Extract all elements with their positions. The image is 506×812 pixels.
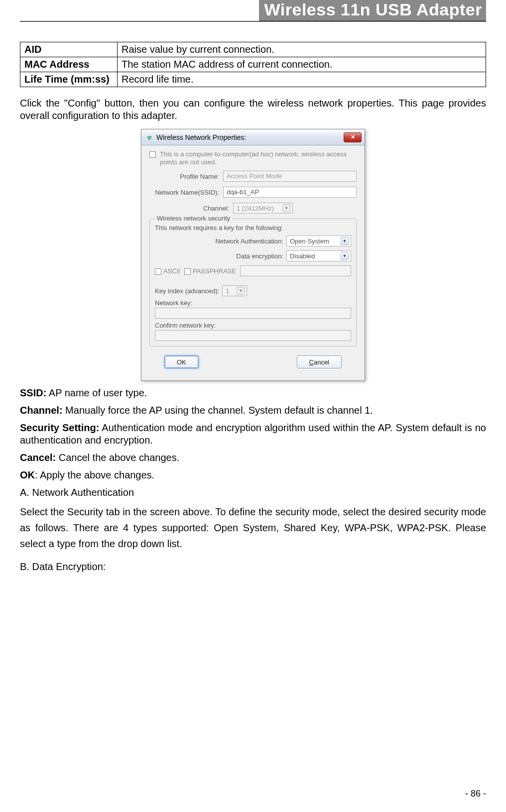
netauth-label: Network Authentication: (215, 237, 283, 245)
security-body: This network requires a key for the foll… (155, 223, 351, 341)
adhoc-checkbox[interactable] (149, 151, 156, 158)
close-button[interactable]: ✕ (344, 132, 362, 142)
dataenc-row: Data encryption: Disabled ▼ (155, 250, 351, 261)
svg-point-0 (148, 138, 150, 140)
titlebar-left: Wireless Network Properties: (145, 133, 247, 141)
security-legend: Wireless network security (155, 215, 232, 222)
cancel-button[interactable]: Cancel (297, 355, 342, 368)
keyidx-label: Key index (advanced): (155, 287, 219, 295)
table-cell-label: Life Time (mm:ss) (20, 72, 118, 87)
ssid-label: Network Name(SSID): (149, 189, 219, 196)
security-fieldset: Wireless network security This network r… (149, 219, 357, 347)
ascii-label: ASCII (163, 267, 180, 275)
dialog-title: Wireless Network Properties: (156, 133, 247, 141)
ssid-input[interactable]: dqa-b1_AP (223, 187, 357, 198)
passphrase-label: PASSPHRASE (193, 267, 236, 275)
chevron-down-icon: ▼ (282, 204, 290, 212)
profile-name-input[interactable]: Access Point Mode (223, 171, 357, 182)
dialog-wrapper: Wireless Network Properties: ✕ This is a… (20, 129, 486, 381)
def-term: Security Setting: (20, 422, 99, 433)
def-term: OK (20, 469, 35, 480)
confirm-netkey-input[interactable] (155, 330, 351, 341)
table-row: AID Raise value by current connection. (20, 42, 486, 57)
info-table: AID Raise value by current connection. M… (20, 42, 486, 87)
def-security: Security Setting: Authentication mode an… (20, 422, 486, 447)
chevron-down-icon: ▼ (341, 252, 349, 260)
ok-button[interactable]: OK (164, 355, 199, 368)
def-desc: AP name of user type. (46, 387, 147, 398)
ascii-checkbox[interactable] (155, 268, 161, 275)
section-a-heading: A. Network Authentication (20, 486, 486, 499)
keyidx-value: 1 (226, 287, 229, 295)
page-content: AID Raise value by current connection. M… (0, 22, 506, 573)
table-row: MAC Address The station MAC address of c… (20, 57, 486, 72)
app-icon (145, 133, 153, 141)
chevron-down-icon: ▼ (237, 287, 245, 295)
def-term: Channel: (20, 405, 63, 416)
adhoc-checkbox-row: This is a computer-to-computer(ad hoc) n… (149, 150, 357, 166)
table-row: Life Time (mm:ss) Record life time. (20, 72, 486, 87)
keyidx-row: Key index (advanced): 1 ▼ (155, 285, 351, 296)
passphrase-checkbox[interactable] (184, 268, 191, 275)
netauth-select[interactable]: Open System ▼ (286, 235, 351, 246)
def-cancel: Cancel: Cancel the above changes. (20, 452, 486, 464)
keyidx-select[interactable]: 1 ▼ (222, 285, 247, 296)
def-term: SSID: (20, 387, 46, 398)
def-ssid: SSID: AP name of user type. (20, 387, 486, 399)
page-number: - 86 - (465, 789, 486, 799)
dataenc-value: Disabled (290, 252, 315, 260)
adhoc-label: This is a computer-to-computer(ad hoc) n… (160, 150, 357, 166)
encoding-row: ASCII PASSPHRASE (155, 265, 351, 276)
table-cell-desc: The station MAC address of current conne… (118, 57, 486, 72)
header-banner: Wireless 11n USB Adapter (259, 0, 486, 21)
table-cell-label: AID (20, 42, 118, 57)
def-ok: OK: Apply the above changes. (20, 469, 486, 481)
channel-row: Channel: 1 (2412MHz) ▼ (149, 203, 357, 214)
dialog-body: This is a computer-to-computer(ad hoc) n… (141, 145, 365, 380)
security-line: This network requires a key for the foll… (155, 224, 351, 232)
channel-value: 1 (2412MHz) (237, 205, 274, 212)
wireless-properties-dialog: Wireless Network Properties: ✕ This is a… (141, 129, 365, 381)
dataenc-select[interactable]: Disabled ▼ (286, 250, 351, 261)
netkey-input[interactable] (155, 308, 351, 319)
section-b-heading: B. Data Encryption: (20, 561, 486, 573)
netauth-value: Open System (290, 237, 329, 245)
def-term: Cancel: (20, 452, 56, 463)
passphrase-input[interactable] (240, 265, 351, 276)
close-icon: ✕ (351, 134, 355, 140)
netauth-row: Network Authentication: Open System ▼ (155, 235, 351, 246)
dialog-buttons: OK Cancel (149, 351, 357, 375)
def-channel: Channel: Manually force the AP using the… (20, 404, 486, 417)
def-desc: Manually force the AP using the channel.… (63, 405, 373, 416)
section-a-body: Select the Security tab in the screen ab… (20, 504, 486, 552)
table-cell-desc: Record life time. (118, 72, 486, 87)
table-cell-label: MAC Address (20, 57, 118, 72)
channel-label: Channel: (149, 205, 229, 212)
table-cell-desc: Raise value by current connection. (118, 42, 486, 57)
intro-paragraph: Click the "Config" button, then you can … (20, 97, 486, 122)
chevron-down-icon: ▼ (341, 237, 349, 245)
confirm-netkey-label: Confirm network key: (155, 322, 351, 329)
dialog-titlebar: Wireless Network Properties: ✕ (141, 129, 365, 145)
ssid-row: Network Name(SSID): dqa-b1_AP (149, 187, 357, 198)
def-desc: : Apply the above changes. (35, 469, 154, 480)
channel-select[interactable]: 1 (2412MHz) ▼ (233, 203, 293, 214)
def-desc: Cancel the above changes. (56, 452, 179, 463)
ascii-chk-item: ASCII (155, 267, 180, 275)
passphrase-chk-item: PASSPHRASE (184, 267, 236, 275)
profile-name-row: Profile Name: Access Point Mode (149, 171, 357, 182)
netkey-label: Network key: (155, 299, 351, 307)
dataenc-label: Data encryption: (236, 252, 283, 260)
profile-name-label: Profile Name: (149, 173, 219, 180)
cancel-button-label: Cancel (309, 358, 329, 366)
